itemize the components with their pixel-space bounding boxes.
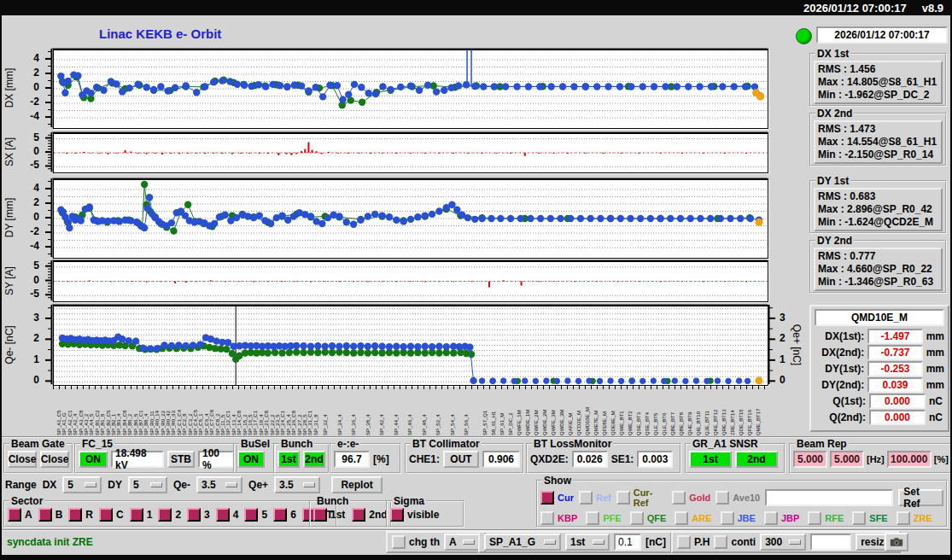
beam-gate-close-2-button[interactable]: Close <box>40 451 69 468</box>
checkbox-icon <box>68 508 82 522</box>
beam-gate-close-1-button[interactable]: Close <box>8 451 37 468</box>
bpm-name-label: SP_B1_8 <box>100 414 105 435</box>
show-cur-checkbox[interactable]: Cur <box>540 491 574 505</box>
show-pfe-checkbox[interactable]: PFE <box>586 511 621 525</box>
sector-checkbox-3[interactable]: 3 <box>187 508 210 522</box>
sector-checkbox-c[interactable]: C <box>99 508 124 522</box>
sector-checkbox-4[interactable]: 4 <box>216 508 239 522</box>
sector-checkbox-6[interactable]: 6 <box>273 508 296 522</box>
show-gold-checkbox[interactable]: Gold <box>672 491 710 505</box>
ref-file-input[interactable] <box>765 489 893 506</box>
bpm-name-label: SP_26_C8 <box>291 411 296 435</box>
busel-on-button[interactable]: ON <box>237 451 265 468</box>
group-title: Sigma <box>392 495 426 507</box>
readout-unit: mm <box>926 363 944 375</box>
chg-th-checkbox[interactable]: chg th <box>392 535 440 549</box>
sector-select[interactable]: A <box>444 534 480 551</box>
y-tick-label: -4 <box>30 240 39 252</box>
y-tick-label: 0 <box>33 374 39 386</box>
readout-value: 0.000 <box>869 410 926 425</box>
bunch-select[interactable]: 1st <box>565 534 610 551</box>
readout-label: DX(2nd): <box>815 347 864 359</box>
bpm-name-label: QWDE_1M <box>525 410 530 435</box>
ph-checkbox[interactable]: P.H <box>677 535 710 549</box>
option-menu-glyph <box>85 482 96 487</box>
bpm-name-label: SP_57_Q1 <box>482 411 488 435</box>
readout-value: -0.737 <box>867 345 922 360</box>
beam-rep-hz-unit: [Hz] <box>867 454 885 464</box>
gr-a1-snsr-group: GR_A1 SNSR 1st 2nd <box>685 438 786 474</box>
range-dy-select[interactable]: 5 <box>128 476 167 493</box>
gr-2nd-button[interactable]: 2nd <box>735 451 778 468</box>
threshold-unit: [nC] <box>645 536 666 548</box>
bpm-name-label: QWE_BT2 <box>628 411 633 435</box>
option-menu-glyph <box>150 482 162 487</box>
sector-checkbox-5[interactable]: 5 <box>244 508 267 522</box>
window-border-left <box>0 0 2 560</box>
sector-checkbox-2[interactable]: 2 <box>158 508 181 522</box>
bunch-1st-button[interactable]: 1st <box>277 451 300 468</box>
range-qe-minus-select[interactable]: 3.5 <box>196 476 242 493</box>
bpm-name-label: SP_B3_4 <box>116 414 121 435</box>
bpm-name-label: SP_25_4 <box>286 414 291 435</box>
count-select[interactable]: 300 <box>760 534 806 551</box>
group-title: BuSel <box>239 438 272 450</box>
show-ref-checkbox[interactable]: Ref <box>579 491 611 505</box>
camera-button[interactable] <box>885 533 908 551</box>
fc15-stb-button[interactable]: STB <box>167 451 195 468</box>
bpm-name-label: SP_18_4 <box>259 414 264 435</box>
count-input[interactable] <box>810 534 851 551</box>
show-ave10-checkbox[interactable]: Ave10 <box>715 491 760 505</box>
y-tick-label: 1 <box>780 353 786 365</box>
threshold-input[interactable] <box>614 534 641 551</box>
group-title: Bunch <box>279 438 314 450</box>
bunch-1st-checkbox[interactable]: 1st <box>313 508 345 522</box>
bunch-2nd-button[interactable]: 2nd <box>303 451 325 468</box>
show-are-checkbox[interactable]: ARE <box>675 511 711 525</box>
show-zre-checkbox[interactable]: ZRE <box>897 511 932 525</box>
che1-out-button[interactable]: OUT <box>443 451 479 468</box>
bpm-select[interactable]: SP_A1_G <box>484 534 561 551</box>
show-sfe-checkbox[interactable]: SFE <box>852 511 887 525</box>
fc15-kv-display: 18.498 kV <box>111 451 164 468</box>
gr-1st-button[interactable]: 1st <box>689 451 732 468</box>
bunch-2nd-checkbox[interactable]: 2nd <box>352 508 387 522</box>
show-kbp-checkbox[interactable]: KBP <box>540 511 577 525</box>
bpm-name-label: ZRE_BT14 <box>730 410 735 435</box>
bpm-name-label: SP_R0_14 <box>155 411 160 435</box>
sector-checkbox-a[interactable]: A <box>8 508 32 522</box>
bpm-name-label: SP_42_4 <box>379 414 384 435</box>
y-tick-label: 2 <box>33 332 39 344</box>
group-title: Show <box>542 475 573 487</box>
bpm-name-label: SP_61_M <box>499 413 505 435</box>
show-qfe-checkbox[interactable]: QFE <box>630 511 667 525</box>
checkbox-icon <box>313 508 327 522</box>
bpm-name-label: SP_15_2 <box>242 414 248 435</box>
set-ref-button[interactable]: Set Ref <box>898 489 943 506</box>
bpm-name-label: SP_12_C1 <box>225 411 231 435</box>
range-dx-select[interactable]: 5 <box>62 476 102 493</box>
show-jbp-checkbox[interactable]: JBP <box>764 511 799 525</box>
che1-label: CHE1: <box>409 453 440 465</box>
readout-unit: mm <box>926 330 944 342</box>
sector-checkbox-r[interactable]: R <box>68 508 93 522</box>
bpm-name-label: SP_32_4 <box>323 414 328 435</box>
window-border-bottom <box>0 555 952 560</box>
conti-checkbox[interactable]: conti <box>714 535 756 549</box>
page-title: Linac KEKB e- Orbit <box>99 26 221 41</box>
range-qe-plus-select[interactable]: 3.5 <box>274 476 320 493</box>
sigma-visible-checkbox[interactable]: visible <box>390 508 439 522</box>
sector-checkbox-b[interactable]: B <box>38 508 63 522</box>
bpm-name-label: SP_A2_4 <box>73 414 78 435</box>
stats-box-title: DY 2nd <box>815 235 854 247</box>
bpm-name-label: QLE_BT6 <box>662 413 667 435</box>
replot-button[interactable]: Replot <box>331 476 383 493</box>
readout-unit: mm <box>926 347 944 359</box>
show-jbe-checkbox[interactable]: JBE <box>721 511 756 525</box>
checkbox-icon <box>672 491 686 505</box>
show-rfe-checkbox[interactable]: RFE <box>808 511 844 525</box>
show-cur-ref-checkbox[interactable]: Cur-Ref <box>616 487 667 508</box>
fc15-on-button[interactable]: ON <box>79 451 108 468</box>
sector-checkbox-1[interactable]: 1 <box>130 508 153 522</box>
bpm-name-label: SP_B4_C8 <box>122 410 127 435</box>
